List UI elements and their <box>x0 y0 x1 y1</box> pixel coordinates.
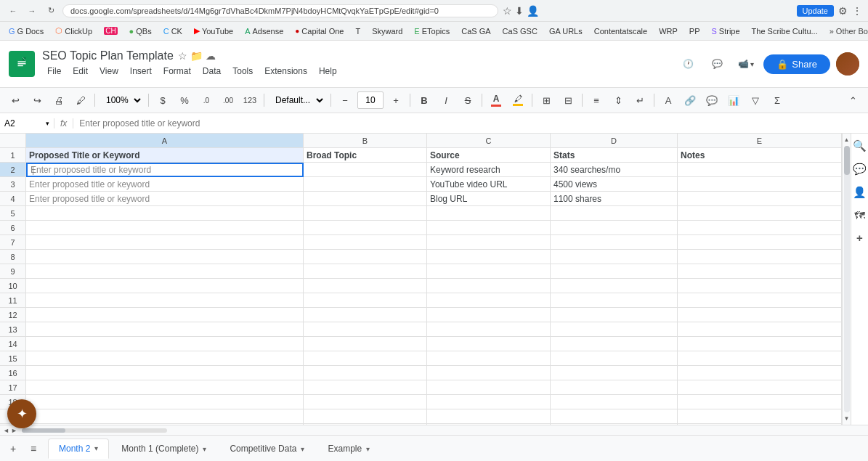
row-num-9[interactable]: 9 <box>0 264 26 279</box>
paint-format-button[interactable]: 🖊 <box>71 91 90 110</box>
bookmark-gaurls[interactable]: GA URLs <box>546 25 585 37</box>
bookmark-etopics[interactable]: E ETopics <box>411 25 453 37</box>
tab-dropdown-icon[interactable]: ▾ <box>366 445 370 453</box>
cell-a10[interactable] <box>26 279 304 293</box>
cell-a16[interactable] <box>26 366 304 380</box>
bookmark-t[interactable]: T <box>352 25 363 37</box>
folder-icon[interactable]: 📁 <box>190 50 203 62</box>
cell-a2[interactable]: Enter proposed title or keyword | <box>26 163 304 177</box>
cell-a13[interactable] <box>26 322 304 337</box>
row-num-1[interactable]: 1 <box>0 148 26 163</box>
contacts-icon[interactable]: 👤 <box>853 186 867 199</box>
cell-e13[interactable] <box>678 322 842 337</box>
font-family-selector[interactable]: Default... Arial <box>269 92 326 108</box>
cell-b16[interactable] <box>304 366 427 380</box>
cell-e9[interactable] <box>678 264 842 279</box>
cell-e15[interactable] <box>678 351 842 366</box>
cell-c17[interactable] <box>427 380 551 395</box>
cell-reference[interactable]: A2 ▾ <box>0 118 54 128</box>
zoom-selector[interactable]: 100% 75% 125% <box>100 92 144 108</box>
menu-help[interactable]: Help <box>314 64 342 78</box>
bookmark-pp[interactable]: PP <box>686 25 703 37</box>
bookmark-adsense[interactable]: A Adsense <box>242 25 286 37</box>
insert-chart-button[interactable]: 📊 <box>724 91 743 110</box>
cell-a8[interactable] <box>26 250 304 264</box>
cell-e5[interactable] <box>678 206 842 221</box>
cell-e1[interactable]: Notes <box>678 148 842 163</box>
vertical-scrollbar[interactable]: ▲ ▼ <box>842 134 851 425</box>
bookmark-casga[interactable]: CaS GA <box>458 25 493 37</box>
tab-month1-complete[interactable]: Month 1 (Complete) ▾ <box>110 438 217 459</box>
cell-d6[interactable] <box>551 221 678 235</box>
avatar[interactable] <box>836 52 859 76</box>
text-color-button[interactable]: A <box>487 91 506 110</box>
row-num-16[interactable]: 16 <box>0 366 26 380</box>
filter-button[interactable]: ▽ <box>746 91 765 110</box>
cell-c5[interactable] <box>427 206 551 221</box>
bookmark-ch[interactable]: CH <box>101 25 120 36</box>
row-num-8[interactable]: 8 <box>0 250 26 264</box>
cell-b17[interactable] <box>304 380 427 395</box>
menu-edit[interactable]: Edit <box>68 64 93 78</box>
scroll-thumb[interactable] <box>844 146 850 175</box>
row-num-3[interactable]: 3 <box>0 177 26 192</box>
cell-b9[interactable] <box>304 264 427 279</box>
menu-extensions[interactable]: Extensions <box>259 64 312 78</box>
italic-button[interactable]: I <box>437 91 455 110</box>
cell-a17[interactable] <box>26 380 304 395</box>
bookmark-capitalone[interactable]: ● Capital One <box>292 25 346 37</box>
cell-e17[interactable] <box>678 380 842 395</box>
row-num-2[interactable]: 2 <box>0 163 26 177</box>
cell-a3[interactable]: Enter proposed title or keyword <box>26 177 304 192</box>
profile-icon[interactable]: 👤 <box>527 5 539 17</box>
cell-e6[interactable] <box>678 221 842 235</box>
cell-c10[interactable] <box>427 279 551 293</box>
address-bar[interactable]: docs.google.com/spreadsheets/d/14Mg6gr7d… <box>62 4 498 17</box>
row-num-5[interactable]: 5 <box>0 206 26 221</box>
bookmark-gdocs[interactable]: G G Docs <box>6 25 46 37</box>
cell-e10[interactable] <box>678 279 842 293</box>
add-panel-icon[interactable]: + <box>856 232 863 244</box>
row-num-10[interactable]: 10 <box>0 279 26 293</box>
cell-c15[interactable] <box>427 351 551 366</box>
cell-b3[interactable] <box>304 177 427 192</box>
cell-e11[interactable] <box>678 293 842 308</box>
bookmark-stripe[interactable]: S Stripe <box>709 25 743 37</box>
row-num-14[interactable]: 14 <box>0 337 26 351</box>
bookmark-youtube[interactable]: ▶ YouTube <box>191 25 236 37</box>
decimal-dec-button[interactable]: .0 <box>197 91 216 110</box>
font-increase-button[interactable]: + <box>386 91 405 110</box>
decimal-inc-button[interactable]: .00 <box>219 91 238 110</box>
tab-dropdown-icon[interactable]: ▾ <box>203 445 206 453</box>
cell-e14[interactable] <box>678 337 842 351</box>
cell-a12[interactable] <box>26 308 304 322</box>
font-size-input[interactable] <box>357 91 384 109</box>
cell-a14[interactable] <box>26 337 304 351</box>
cell-b1[interactable]: Broad Topic <box>304 148 427 163</box>
percent-button[interactable]: % <box>175 91 194 110</box>
cell-d1[interactable]: Stats <box>551 148 678 163</box>
bookmark-star-icon[interactable]: ☆ <box>503 5 512 17</box>
print-button[interactable]: 🖨 <box>49 91 68 110</box>
cell-b5[interactable] <box>304 206 427 221</box>
extensions-icon[interactable]: ⚙ <box>838 5 848 17</box>
refresh-button[interactable]: ↻ <box>44 4 58 18</box>
cell-c2[interactable]: Keyword research <box>427 163 551 177</box>
row-num-12[interactable]: 12 <box>0 308 26 322</box>
col-header-e[interactable]: E <box>678 134 842 147</box>
app-title[interactable]: SEO Topic Plan Template <box>42 49 174 62</box>
cell-e3[interactable] <box>678 177 842 192</box>
floating-action-button[interactable]: ✦ <box>7 399 36 428</box>
cell-a18[interactable] <box>26 395 304 409</box>
cell-d7[interactable] <box>551 235 678 250</box>
align-v-button[interactable]: ⇕ <box>609 91 628 110</box>
cell-b10[interactable] <box>304 279 427 293</box>
map-icon[interactable]: 🗺 <box>854 209 865 221</box>
cell-e4[interactable] <box>678 192 842 206</box>
redo-button[interactable]: ↪ <box>28 91 46 110</box>
cell-a4[interactable]: Enter proposed title or keyword <box>26 192 304 206</box>
menu-insert[interactable]: Insert <box>125 64 157 78</box>
row-num-6[interactable]: 6 <box>0 221 26 235</box>
font-color-btn2[interactable]: A <box>659 91 678 110</box>
cloud-icon[interactable]: ☁ <box>206 50 216 62</box>
